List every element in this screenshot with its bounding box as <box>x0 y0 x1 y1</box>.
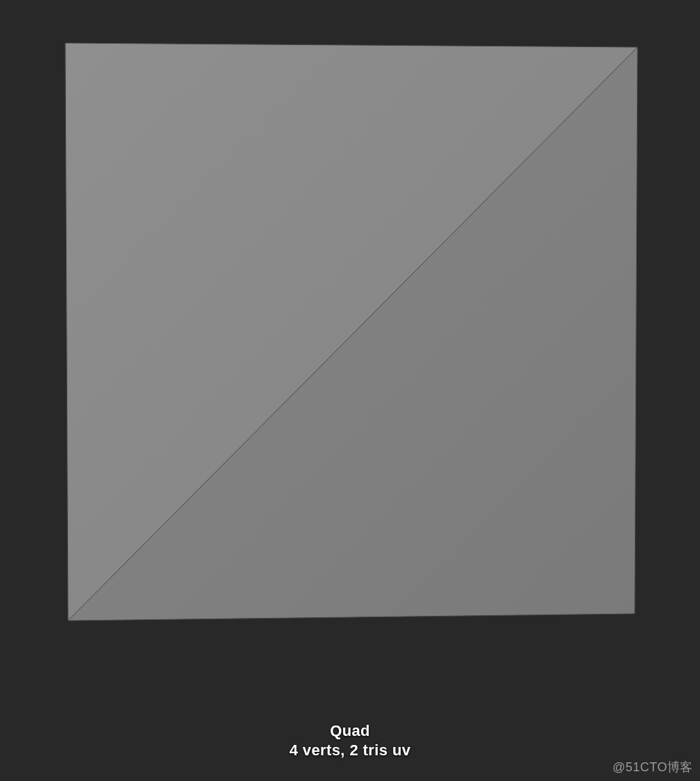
mesh-preview-viewport[interactable]: Quad 4 verts, 2 tris uv @51CTO博客 <box>0 0 700 781</box>
mesh-wireframe-svg <box>62 40 640 622</box>
mesh-stats-label: 4 verts, 2 tris uv <box>0 741 700 759</box>
mesh-name-label: Quad <box>0 722 700 740</box>
mesh-quad <box>62 40 640 622</box>
watermark-label: @51CTO博客 <box>612 759 693 775</box>
